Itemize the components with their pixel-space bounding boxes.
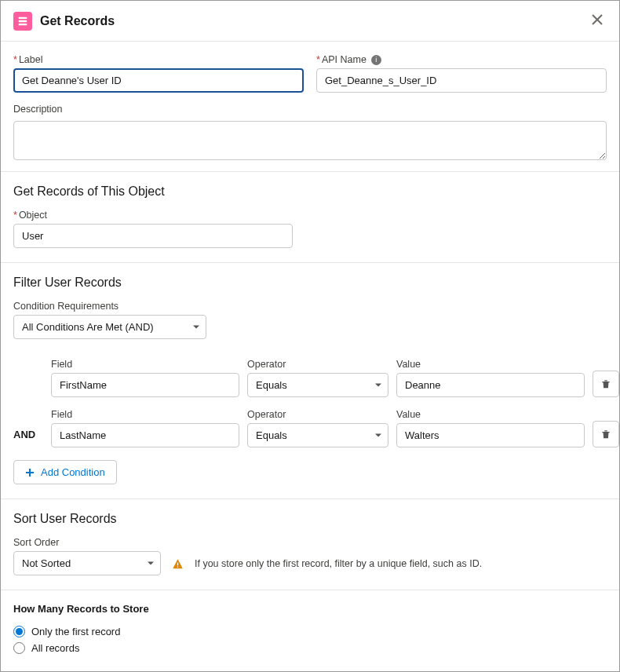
add-condition-button[interactable]: Add Condition: [13, 460, 117, 484]
store-radio-group: Only the first record All records: [13, 626, 607, 654]
required-marker: *: [316, 54, 320, 65]
store-section: How Many Records to Store Only the first…: [13, 590, 607, 671]
sort-warning-text: If you store only the first record, filt…: [195, 558, 482, 569]
filter-row: AND Field Operator Value: [13, 407, 607, 447]
field-column-label: Field: [51, 409, 239, 420]
svg-rect-8: [177, 566, 178, 567]
warning-icon: [172, 557, 184, 569]
modal-body[interactable]: * Label * API Name i Description Get Rec…: [1, 40, 619, 671]
radio-label: All records: [31, 642, 79, 654]
sort-section: Sort User Records Sort Order If you stor…: [13, 499, 607, 590]
trash-icon: [600, 429, 611, 440]
label-text: Label: [19, 54, 43, 65]
add-condition-label: Add Condition: [41, 466, 105, 478]
api-name-text: API Name: [322, 54, 367, 65]
radio-all-records[interactable]: All records: [13, 642, 607, 654]
svg-rect-7: [177, 562, 178, 565]
description-label: Description: [13, 104, 607, 115]
condition-requirements-label: Condition Requirements: [13, 301, 607, 312]
value-column-label: Value: [396, 359, 585, 370]
api-name-input[interactable]: [316, 68, 607, 93]
required-marker: *: [13, 54, 17, 65]
filter-value-input[interactable]: [396, 423, 585, 447]
description-textarea[interactable]: [13, 121, 607, 160]
object-field-label: * Object: [13, 210, 607, 221]
radio-only-first[interactable]: Only the first record: [13, 626, 607, 637]
label-field-label: * Label: [13, 54, 304, 65]
sort-section-title: Sort User Records: [13, 512, 607, 526]
api-name-field-label: * API Name i: [316, 54, 607, 65]
delete-row-button[interactable]: [593, 371, 619, 397]
filter-section-title: Filter User Records: [13, 276, 607, 290]
filter-rows: Field Operator Value: [13, 356, 607, 447]
operator-column-label: Operator: [247, 409, 388, 420]
svg-rect-2: [19, 23, 27, 24]
object-section: Get Records of This Object * Object: [13, 172, 607, 262]
radio-icon: [13, 626, 25, 637]
delete-row-button[interactable]: [593, 421, 619, 447]
svg-rect-1: [19, 20, 27, 21]
radio-label: Only the first record: [31, 626, 120, 637]
modal-header: Get Records: [1, 1, 619, 42]
filter-row: Field Operator Value: [13, 356, 607, 397]
value-column-label: Value: [396, 409, 585, 420]
close-button[interactable]: [588, 10, 607, 31]
filter-field-input[interactable]: [51, 373, 239, 397]
filter-operator-select[interactable]: [247, 373, 388, 397]
filter-section: Filter User Records Condition Requiremen…: [13, 263, 607, 499]
modal-title: Get Records: [40, 14, 588, 28]
sort-order-label: Sort Order: [13, 537, 607, 548]
object-label-text: Object: [19, 210, 47, 221]
plus-icon: [25, 468, 35, 477]
svg-rect-0: [19, 16, 27, 18]
operator-column-label: Operator: [247, 359, 388, 370]
store-section-title: How Many Records to Store: [13, 603, 607, 615]
radio-icon: [13, 642, 25, 654]
condition-requirements-select[interactable]: [13, 315, 206, 339]
sort-order-select[interactable]: [13, 551, 161, 575]
filter-operator-select[interactable]: [247, 423, 388, 447]
filter-value-input[interactable]: [396, 373, 585, 397]
info-icon[interactable]: i: [371, 55, 381, 65]
filter-field-input[interactable]: [51, 423, 239, 447]
label-input[interactable]: [13, 68, 304, 93]
object-section-title: Get Records of This Object: [13, 184, 607, 199]
trash-icon: [600, 378, 611, 389]
object-input[interactable]: [13, 224, 293, 248]
get-records-icon: [13, 12, 32, 31]
required-marker: *: [13, 210, 17, 221]
field-column-label: Field: [51, 359, 239, 370]
and-label: AND: [13, 429, 43, 447]
